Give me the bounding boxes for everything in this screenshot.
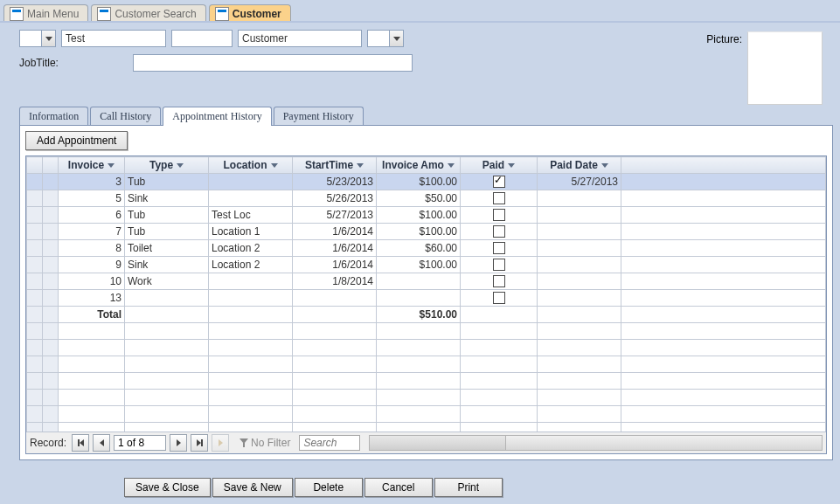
invoice-cell[interactable]: 3 (59, 174, 125, 190)
empty-cell[interactable] (377, 423, 461, 432)
paid-date-cell[interactable] (538, 257, 621, 273)
suffix-dropdown-button[interactable] (390, 30, 404, 47)
empty-cell[interactable] (209, 373, 293, 390)
row-selector[interactable] (27, 406, 43, 423)
row-selector[interactable] (27, 190, 43, 207)
table-row-empty[interactable] (27, 390, 826, 406)
row-selector[interactable] (27, 356, 43, 373)
column-header[interactable]: StartTime (293, 157, 377, 174)
empty-cell[interactable] (125, 340, 209, 356)
starttime-cell[interactable]: 5/27/2013 (293, 207, 377, 224)
row-selector[interactable] (27, 307, 43, 323)
table-row[interactable]: 5Sink5/26/2013$50.00 (27, 190, 826, 207)
empty-cell[interactable] (377, 406, 461, 423)
type-cell[interactable]: Tub (125, 207, 209, 224)
table-row-empty[interactable] (27, 340, 826, 356)
column-header[interactable]: Invoice (59, 157, 125, 174)
empty-cell[interactable] (461, 373, 538, 390)
invoice-cell[interactable]: 13 (59, 290, 125, 307)
empty-cell[interactable] (377, 373, 461, 390)
amount-cell[interactable]: $50.00 (377, 190, 461, 207)
column-header[interactable]: Paid (461, 157, 538, 174)
location-cell[interactable] (209, 273, 293, 290)
table-row-empty[interactable] (27, 373, 826, 390)
starttime-cell[interactable]: 5/23/2013 (293, 174, 377, 190)
add-appointment-button[interactable]: Add Appointment (25, 131, 128, 150)
row-selector[interactable] (27, 290, 43, 307)
job-title-input[interactable] (133, 54, 413, 72)
invoice-cell[interactable]: 9 (59, 257, 125, 273)
row-selector[interactable] (43, 224, 59, 240)
nav-next-button[interactable] (170, 434, 187, 452)
empty-cell[interactable] (209, 340, 293, 356)
invoice-cell[interactable]: 7 (59, 224, 125, 240)
sub-tab[interactable]: Information (19, 107, 88, 126)
paid-cell[interactable] (461, 174, 538, 190)
empty-cell[interactable] (461, 423, 538, 432)
empty-cell[interactable] (377, 390, 461, 406)
paid-date-cell[interactable] (538, 307, 621, 323)
save-new-button[interactable]: Save & New (212, 478, 293, 497)
column-header[interactable]: Invoice Amo (377, 157, 461, 174)
empty-cell[interactable] (59, 323, 125, 340)
empty-cell[interactable] (538, 390, 621, 406)
scrollbar-thumb[interactable] (370, 436, 506, 450)
empty-cell[interactable] (293, 373, 377, 390)
row-selector[interactable] (27, 340, 43, 356)
table-row-empty[interactable] (27, 406, 826, 423)
type-cell[interactable]: Work (125, 273, 209, 290)
empty-cell[interactable] (461, 356, 538, 373)
nav-first-button[interactable] (72, 434, 89, 452)
empty-cell[interactable] (538, 406, 621, 423)
paid-date-cell[interactable] (538, 224, 621, 240)
empty-cell[interactable] (377, 323, 461, 340)
middle-name-input[interactable] (171, 30, 233, 47)
location-cell[interactable]: Location 1 (209, 224, 293, 240)
row-selector[interactable] (43, 257, 59, 273)
empty-cell[interactable] (461, 323, 538, 340)
row-selector[interactable] (43, 406, 59, 423)
delete-button[interactable]: Delete (295, 478, 363, 497)
starttime-cell[interactable]: 1/6/2014 (293, 257, 377, 273)
paid-cell[interactable] (461, 273, 538, 290)
starttime-cell[interactable] (293, 290, 377, 307)
table-row-empty[interactable] (27, 423, 826, 432)
table-row-empty[interactable] (27, 323, 826, 340)
empty-cell[interactable] (59, 356, 125, 373)
paid-date-cell[interactable] (538, 240, 621, 257)
table-row[interactable]: 6TubTest Loc5/27/2013$100.00 (27, 207, 826, 224)
empty-cell[interactable] (59, 423, 125, 432)
row-selector[interactable] (27, 423, 43, 432)
starttime-cell[interactable]: 1/8/2014 (293, 273, 377, 290)
empty-cell[interactable] (125, 373, 209, 390)
type-cell[interactable] (125, 290, 209, 307)
empty-cell[interactable] (293, 340, 377, 356)
table-row[interactable]: 8ToiletLocation 21/6/2014$60.00 (27, 240, 826, 257)
suffix-combo[interactable] (367, 30, 404, 47)
row-selector[interactable] (43, 423, 59, 432)
empty-cell[interactable] (59, 373, 125, 390)
sub-tab[interactable]: Payment History (274, 107, 364, 126)
paid-date-cell[interactable] (538, 290, 621, 307)
table-row[interactable]: 3Tub5/23/2013$100.005/27/2013 (27, 174, 826, 190)
first-name-input[interactable] (61, 30, 166, 47)
empty-cell[interactable] (209, 356, 293, 373)
type-cell[interactable]: Tub (125, 224, 209, 240)
table-row[interactable]: 13 (27, 290, 826, 307)
print-button[interactable]: Print (434, 478, 503, 497)
empty-cell[interactable] (293, 356, 377, 373)
table-row[interactable]: 7TubLocation 11/6/2014$100.00 (27, 224, 826, 240)
row-selector[interactable] (43, 240, 59, 257)
picture-placeholder[interactable] (747, 31, 823, 105)
empty-cell[interactable] (461, 406, 538, 423)
grid-corner[interactable] (27, 157, 43, 174)
document-tab[interactable]: Customer Search (91, 4, 205, 23)
invoice-cell[interactable]: 6 (59, 207, 125, 224)
grid-corner[interactable] (43, 157, 59, 174)
location-cell[interactable] (209, 174, 293, 190)
empty-cell[interactable] (59, 340, 125, 356)
starttime-cell[interactable] (293, 307, 377, 323)
filter-indicator[interactable]: No Filter (240, 437, 290, 449)
empty-cell[interactable] (125, 406, 209, 423)
type-cell[interactable]: Toilet (125, 240, 209, 257)
